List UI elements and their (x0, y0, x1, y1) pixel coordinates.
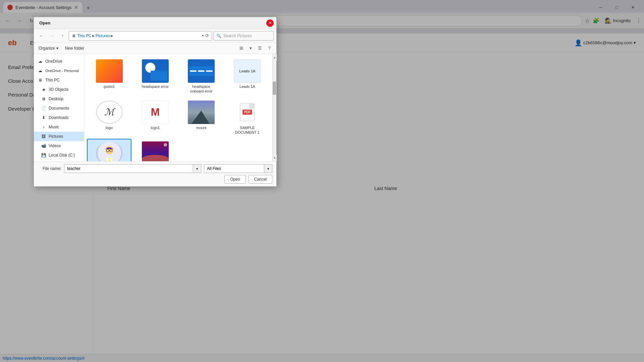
videos-icon: 📹 (41, 143, 47, 149)
file-item-logo[interactable]: ℳ logo (87, 98, 131, 138)
view-change-button[interactable]: ⊞ (237, 44, 246, 53)
dialog-search-box[interactable]: 🔍 Search Pictures (213, 31, 274, 41)
dialog-buttons: Open Cancel (38, 175, 272, 184)
refresh-path-button[interactable]: ⟳ (205, 33, 209, 38)
dialog-path-bar[interactable]: 🖥 This PC ▶ Pictures ▶ ▾ ⟳ (69, 31, 212, 41)
dialog-body: ☁ OneDrive ☁ OneDrive - Personal 🖥 This … (34, 54, 276, 161)
sidebar-nav-this-pc[interactable]: 🖥 This PC (34, 75, 84, 85)
onedrive-icon: ☁ (37, 58, 43, 64)
filetype-group: All Files ▾ (204, 164, 272, 173)
documents-icon: 📄 (41, 105, 47, 111)
file-name-logo1: logo1 (151, 125, 160, 130)
organize-chevron-icon: ▾ (56, 46, 58, 51)
file-item-ww2[interactable]: ww2 (133, 139, 177, 161)
dialog-close-button[interactable]: ✕ (266, 19, 274, 27)
file-name-headspace-onboard: headspace onboard error (186, 84, 216, 94)
scroll-down-button[interactable]: ▼ (273, 155, 277, 161)
new-folder-button[interactable]: New folder (63, 45, 86, 52)
file-name-sample-doc: SAMPLE DOCUMENT 1 (232, 125, 262, 135)
onedrive-personal-icon: ☁ (37, 68, 43, 74)
sidebar-nav-music[interactable]: ♪ Music (34, 122, 84, 132)
search-placeholder: Search Pictures (223, 34, 252, 38)
view-controls: ⊞ ▾ ☰ ? (237, 44, 274, 53)
dialog-scrollbar[interactable]: ▲ ▼ (272, 54, 276, 161)
file-item-leads-1a[interactable]: Leads 1A Leads 1A (225, 57, 270, 97)
filename-dropdown-button[interactable]: ▾ (193, 164, 201, 173)
sidebar-nav-onedrive-personal[interactable]: ☁ OneDrive - Personal (34, 66, 84, 75)
file-item-gusto1[interactable]: gusto1 (87, 57, 131, 97)
dialog-overlay: Open ✕ ← → ↑ 🖥 This PC ▶ Pictures ▶ ▾ ⟳ … (0, 0, 644, 362)
search-icon: 🔍 (216, 34, 221, 38)
filetype-select[interactable]: All Files (204, 164, 264, 173)
filename-input[interactable]: teacher (64, 164, 193, 173)
organize-button[interactable]: Organize ▾ (37, 45, 60, 52)
music-icon: ♪ (41, 124, 47, 130)
dialog-footer: File name: teacher ▾ All Files ▾ Open Ca… (34, 161, 276, 186)
file-name-leads-1a: Leads 1A (239, 84, 255, 89)
view-dropdown-button[interactable]: ▾ (246, 44, 255, 53)
3d-objects-icon: ◈ (41, 86, 47, 93)
path-computer-icon: 🖥 (72, 34, 76, 38)
sidebar-nav-desktop[interactable]: 🖥 Desktop (34, 94, 84, 104)
filename-label: File name: (38, 166, 61, 171)
sidebar-nav-downloads[interactable]: ⬇ Downloads (34, 113, 84, 122)
dialog-sidebar: ☁ OneDrive ☁ OneDrive - Personal 🖥 This … (34, 54, 84, 161)
dialog-forward-button[interactable]: → (47, 31, 57, 41)
file-item-headspace-error[interactable]: headspace error (133, 57, 177, 97)
dialog-toolbar: ← → ↑ 🖥 This PC ▶ Pictures ▶ ▾ ⟳ 🔍 Searc… (34, 29, 276, 43)
sidebar-nav-documents[interactable]: 📄 Documents (34, 104, 84, 113)
dialog-title: Open (39, 20, 266, 25)
downloads-icon: ⬇ (41, 115, 47, 121)
help-button[interactable]: ? (265, 44, 274, 53)
details-pane-button[interactable]: ☰ (256, 44, 264, 53)
this-pc-icon: 🖥 (37, 77, 43, 83)
dialog-up-button[interactable]: ↑ (58, 31, 67, 41)
file-item-sample-doc[interactable]: PDF SAMPLE DOCUMENT 1 (225, 98, 270, 138)
path-arrow-2: ▶ (111, 34, 113, 38)
scroll-thumb[interactable] (273, 81, 276, 95)
path-arrow-1: ▶ (92, 34, 95, 38)
dialog-back-button[interactable]: ← (37, 31, 46, 41)
open-button[interactable]: Open (224, 175, 246, 184)
dialog-titlebar: Open ✕ (34, 17, 276, 29)
local-disk-icon: 💾 (41, 152, 47, 158)
filename-row: File name: teacher ▾ All Files ▾ (38, 164, 272, 173)
file-name-logo: logo (106, 125, 113, 130)
filetype-dropdown-button[interactable]: ▾ (264, 164, 272, 173)
path-part-thispc[interactable]: This PC (77, 34, 92, 38)
sidebar-nav-3d-objects[interactable]: ◈ 3D Objects (34, 85, 84, 94)
filename-input-group: teacher ▾ (64, 164, 201, 173)
path-breadcrumb: This PC ▶ Pictures ▶ (77, 34, 113, 38)
file-name-gusto1: gusto1 (104, 84, 115, 89)
dialog-files-grid: gusto1 headspace error (84, 54, 272, 161)
path-dropdown-button[interactable]: ▾ (202, 34, 204, 38)
scroll-up-button[interactable]: ▲ (273, 54, 277, 61)
file-item-mount[interactable]: mount (179, 98, 224, 138)
file-open-dialog: Open ✕ ← → ↑ 🖥 This PC ▶ Pictures ▶ ▾ ⟳ … (34, 17, 277, 187)
sidebar-nav-videos[interactable]: 📹 Videos (34, 141, 84, 150)
file-name-headspace-error: headspace error (142, 84, 169, 89)
sidebar-nav-onedrive[interactable]: ☁ OneDrive (34, 57, 84, 66)
sidebar-nav-pictures[interactable]: 🖼 Pictures (34, 132, 84, 141)
file-item-headspace-onboard[interactable]: headspace onboard error (179, 57, 224, 97)
file-name-mount: mount (196, 125, 207, 130)
file-item-logo1[interactable]: M logo1 (133, 98, 177, 138)
desktop-icon: 🖥 (41, 96, 47, 102)
path-part-pictures[interactable]: Pictures (96, 34, 110, 38)
cancel-button[interactable]: Cancel (249, 175, 272, 184)
file-item-teacher[interactable]: teacher (87, 139, 131, 161)
sidebar-nav-local-disk[interactable]: 💾 Local Disk (C:) (34, 150, 84, 160)
pictures-icon: 🖼 (41, 133, 47, 139)
dialog-secondary-toolbar: Organize ▾ New folder ⊞ ▾ ☰ ? (34, 43, 276, 54)
